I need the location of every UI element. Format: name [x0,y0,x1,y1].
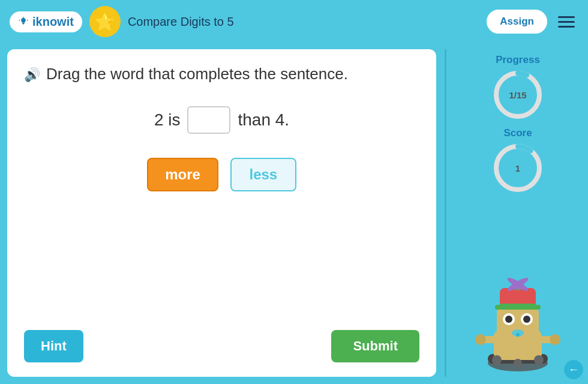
hint-button[interactable]: Hint [24,330,83,362]
submit-button[interactable]: Submit [331,330,419,362]
svg-point-32 [514,359,522,367]
main-content: 🔊 Drag the word that completes the sente… [0,43,588,384]
sentence-part2: than 4. [238,110,289,130]
drop-target[interactable] [187,106,230,134]
back-arrow-icon: ← [568,364,579,376]
progress-section: Progress 1/15 [491,54,544,121]
back-button[interactable]: ← [564,360,583,379]
bulb-icon [18,16,29,27]
svg-point-16 [505,316,512,323]
bottom-buttons: Hint Submit [24,330,419,362]
svg-rect-2 [23,23,25,25]
assign-button[interactable]: Assign [487,10,547,34]
svg-point-31 [492,355,502,365]
score-section: Score 1 [491,127,544,194]
audio-icon[interactable]: 🔊 [24,66,40,84]
progress-label: Progress [496,54,540,66]
sentence-part1: 2 is [154,110,181,130]
word-less-button[interactable]: less [230,158,296,191]
question-instruction: 🔊 Drag the word that completes the sente… [24,64,419,85]
header: iknowit ⭐ Compare Digits to 5 Assign [0,0,588,43]
svg-point-0 [21,18,26,23]
menu-button[interactable] [554,13,578,31]
sentence-area: 2 is than 4. [24,106,419,134]
svg-point-18 [523,316,530,323]
svg-point-28 [475,334,486,345]
word-options: more less [24,158,419,191]
svg-point-33 [534,355,544,365]
score-value: 1 [515,163,520,173]
svg-point-20 [516,333,520,337]
svg-rect-23 [500,304,536,307]
logo: iknowit [10,11,82,32]
progress-circle: 1/15 [491,68,544,121]
hamburger-line [558,26,575,28]
score-label: Score [503,127,532,139]
robot-svg [470,270,566,372]
progress-value: 1/15 [509,90,526,100]
instruction-text: Drag the word that completes the sentenc… [46,64,348,85]
hamburger-line [558,16,575,18]
panel-divider [445,49,446,377]
svg-rect-1 [22,23,25,24]
lesson-title: Compare Digits to 5 [128,15,479,29]
svg-point-30 [550,334,560,345]
word-more-button[interactable]: more [147,158,218,191]
robot-character [464,264,572,372]
score-circle: 1 [491,142,544,194]
logo-text: iknowit [32,15,74,29]
question-panel: 🔊 Drag the word that completes the sente… [7,49,436,377]
right-panel: Progress 1/15 Score 1 [455,49,581,377]
hamburger-line [558,21,575,23]
star-icon: ⭐ [89,6,121,37]
